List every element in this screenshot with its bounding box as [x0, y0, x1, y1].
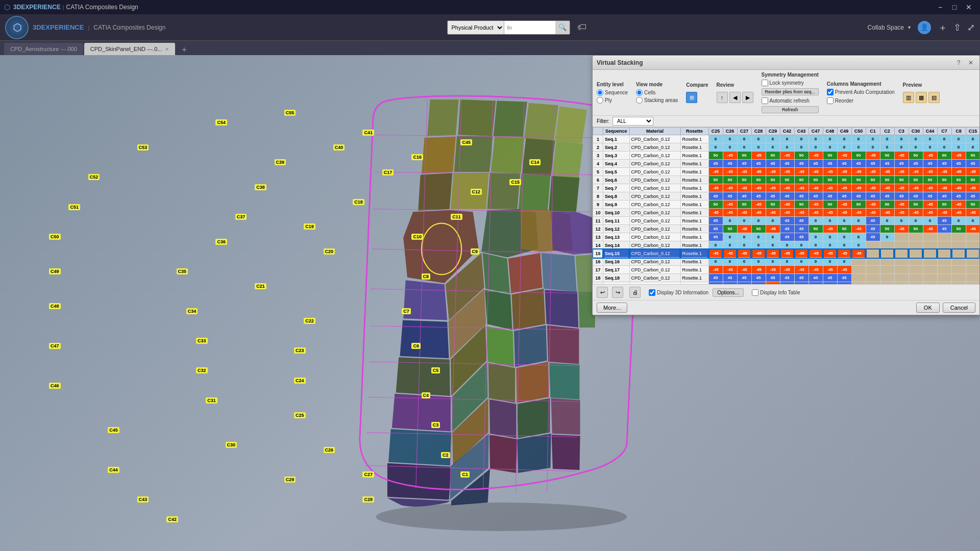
cell-value[interactable]: 0 — [823, 143, 837, 152]
cell-value[interactable]: 45 — [708, 192, 723, 201]
cell-value[interactable]: -45 — [780, 266, 794, 274]
cell-value[interactable]: 0 — [751, 143, 766, 152]
auto-refresh-checkbox[interactable] — [762, 97, 768, 104]
cell-value[interactable]: 0 — [808, 143, 823, 152]
cell-value[interactable] — [894, 249, 909, 258]
cell-value[interactable]: -45 — [766, 168, 780, 176]
cell-value[interactable]: 0 — [851, 217, 866, 225]
cell-value[interactable]: -45 — [766, 184, 780, 192]
cell-value[interactable]: -45 — [780, 152, 794, 160]
cell-value[interactable]: 45 — [723, 274, 737, 282]
cell-value[interactable]: -45 — [751, 249, 766, 258]
table-row[interactable]: 12Seq.12CPD_Carbon_0.12Rosette.14590-459… — [593, 225, 980, 233]
cell-value[interactable]: 0 — [823, 241, 837, 249]
cell-value[interactable]: 0 — [823, 258, 837, 266]
cell-value[interactable]: -45 — [708, 168, 723, 176]
cell-value[interactable]: 0 — [780, 143, 794, 152]
cell-value[interactable]: 45 — [808, 192, 823, 201]
add-icon[interactable]: ＋ — [938, 21, 947, 34]
cell-value[interactable]: -45 — [851, 168, 866, 176]
search-button[interactable]: 🔍 — [555, 21, 570, 34]
cell-value[interactable]: 90 — [880, 176, 894, 184]
cells-radio-label[interactable]: Cells — [636, 89, 678, 96]
table-row[interactable]: 3Seq.3CPD_Carbon_0.12Rosette.190-4590-45… — [593, 152, 980, 160]
cell-value[interactable] — [909, 241, 923, 249]
table-row[interactable]: 16Seq.16CPD_Carbon_0.12Rosette.100000000… — [593, 258, 980, 266]
cell-value[interactable]: -45 — [808, 266, 823, 274]
cell-value[interactable]: 90 — [880, 225, 894, 233]
ply-radio-label[interactable]: Ply — [597, 97, 628, 104]
cell-value[interactable]: -45 — [751, 209, 766, 217]
cell-value[interactable]: 0 — [766, 217, 780, 225]
cell-value[interactable]: 45 — [937, 217, 951, 225]
cell-value[interactable]: -45 — [894, 152, 909, 160]
cell-value[interactable]: 45 — [766, 192, 780, 201]
cell-value[interactable]: 0 — [723, 143, 737, 152]
cell-value[interactable]: -45 — [851, 249, 866, 258]
cell-value[interactable] — [966, 241, 979, 249]
cell-value[interactable]: 45 — [966, 192, 979, 201]
cell-value[interactable]: 0 — [823, 135, 837, 143]
redo-button[interactable]: ↪ — [612, 287, 623, 298]
cell-value[interactable]: -45 — [823, 266, 837, 274]
cell-value[interactable]: 90 — [766, 176, 780, 184]
cell-value[interactable]: 45 — [923, 160, 937, 168]
cell-value[interactable]: -45 — [708, 249, 723, 258]
cell-value[interactable]: 0 — [923, 217, 937, 225]
cell-value[interactable]: -45 — [837, 184, 851, 192]
cell-value[interactable]: 45 — [737, 274, 751, 282]
cell-value[interactable]: 0 — [851, 241, 866, 249]
cell-value[interactable]: 0 — [880, 135, 894, 143]
cell-value[interactable]: 45 — [708, 225, 723, 233]
cell-value[interactable]: 90 — [880, 152, 894, 160]
cell-value[interactable]: -45 — [951, 209, 966, 217]
cell-value[interactable]: 90 — [951, 225, 966, 233]
cell-value[interactable]: -45 — [966, 225, 979, 233]
cell-value[interactable] — [894, 266, 909, 274]
cell-value[interactable]: 0 — [808, 258, 823, 266]
cell-value[interactable]: -45 — [723, 168, 737, 176]
cell-value[interactable]: 45 — [766, 274, 780, 282]
cell-value[interactable]: -45 — [909, 184, 923, 192]
cell-value[interactable]: 0 — [751, 258, 766, 266]
cell-value[interactable]: -45 — [880, 209, 894, 217]
cell-value[interactable]: 45 — [794, 225, 808, 233]
cell-value[interactable]: 90 — [823, 152, 837, 160]
cell-value[interactable] — [937, 274, 951, 282]
display-3d-checkbox[interactable] — [649, 289, 655, 296]
cell-value[interactable] — [866, 258, 880, 266]
ok-button[interactable]: OK — [916, 303, 940, 313]
stacking-areas-radio-label[interactable]: Stacking areas — [636, 97, 678, 104]
cell-value[interactable] — [894, 258, 909, 266]
cell-value[interactable]: 90 — [766, 152, 780, 160]
cell-value[interactable]: -45 — [923, 225, 937, 233]
cell-value[interactable]: 0 — [851, 233, 866, 241]
cell-value[interactable]: -45 — [737, 209, 751, 217]
table-row[interactable]: 1Seq.1CPD_Carbon_0.12Rosette.10000000000… — [593, 135, 980, 143]
cell-value[interactable]: -45 — [894, 225, 909, 233]
cell-value[interactable]: 0 — [880, 217, 894, 225]
cell-value[interactable]: 90 — [737, 176, 751, 184]
cell-value[interactable]: -45 — [866, 168, 880, 176]
cell-value[interactable]: 0 — [894, 143, 909, 152]
review-next-button[interactable]: ▶ — [742, 92, 753, 103]
cell-value[interactable]: 45 — [923, 192, 937, 201]
cell-value[interactable] — [951, 258, 966, 266]
cell-value[interactable]: 0 — [737, 233, 751, 241]
cell-value[interactable]: 45 — [866, 160, 880, 168]
cell-value[interactable]: 90 — [794, 201, 808, 209]
cell-value[interactable] — [966, 249, 979, 258]
cell-value[interactable]: 0 — [823, 233, 837, 241]
cell-value[interactable] — [851, 266, 866, 274]
cell-value[interactable]: 45 — [951, 160, 966, 168]
maximize-button[interactable]: □ — [947, 0, 962, 14]
cell-value[interactable] — [909, 249, 923, 258]
cell-value[interactable]: 45 — [808, 274, 823, 282]
cell-value[interactable]: 0 — [766, 143, 780, 152]
cell-value[interactable]: -45 — [737, 168, 751, 176]
cell-value[interactable]: 0 — [723, 217, 737, 225]
close-button[interactable]: ✕ — [962, 0, 976, 14]
cell-value[interactable]: 45 — [794, 217, 808, 225]
cell-value[interactable] — [851, 258, 866, 266]
display-3d-label[interactable]: Display 3D Information — [649, 289, 708, 296]
